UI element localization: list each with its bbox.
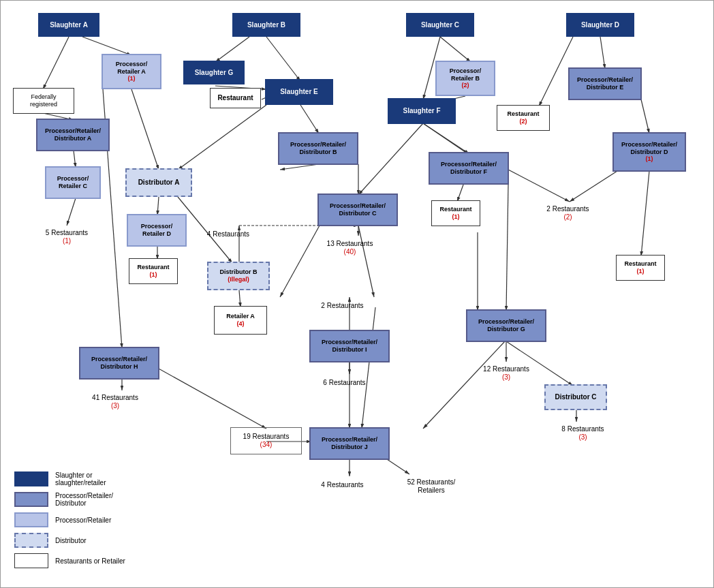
- svg-line-29: [508, 170, 570, 202]
- svg-line-4: [74, 151, 76, 168]
- svg-line-12: [300, 105, 319, 134]
- proc-ret-dist-h-node: Processor/Retailer/Distributor H: [79, 347, 159, 380]
- svg-line-9: [266, 37, 300, 81]
- proc-ret-dist-g-node: Processor/Retailer/Distributor G: [466, 309, 546, 342]
- rest-2-flat-node: 2 Restaurants: [311, 296, 374, 316]
- svg-line-31: [239, 290, 240, 307]
- retailer-a-4-node: Retailer A(4): [214, 306, 267, 335]
- rest-13-40-node: 13 Restaurants(40): [317, 234, 382, 262]
- proc-ret-dist-e-node: Processor/Retailer/Distributor E: [568, 67, 642, 100]
- svg-line-16: [600, 37, 605, 69]
- svg-line-50: [362, 307, 375, 429]
- restaurant-e1-node: Restaurant(1): [616, 255, 665, 281]
- svg-line-8: [215, 37, 249, 62]
- svg-line-46: [641, 171, 649, 256]
- rest-12-3-node: 12 Restaurants(3): [473, 360, 540, 386]
- svg-line-27: [280, 226, 320, 297]
- diagram-container: Slaughter A Slaughter B Slaughter C Slau…: [0, 0, 714, 588]
- rest-19-34-node: 19 Restaurants(34): [230, 427, 302, 454]
- federally-registered-label: Federallyregistered: [13, 88, 74, 114]
- proc-ret-dist-d-node: Processor/Retailer/Distributor D(1): [612, 132, 686, 172]
- proc-ret-c-node: Processor/Retailer C: [45, 166, 101, 199]
- rest-4-node: 4 Restaurants: [200, 224, 256, 245]
- rest-52-node: 52 Restaurants/Retailers: [394, 473, 468, 500]
- svg-line-22: [157, 197, 159, 215]
- rest-41-3-node: 41 Restaurants(3): [81, 389, 149, 415]
- slaughter-f-node: Slaughter F: [388, 98, 456, 124]
- svg-line-47: [570, 171, 617, 202]
- dist-c-node: Distributor C: [544, 384, 607, 410]
- legend-slaughter: Slaughter orslaughter/retailer: [14, 471, 125, 486]
- proc-ret-a-node: Processor/Retailer A(1): [102, 54, 161, 89]
- legend-distributor: Distributor: [14, 533, 125, 548]
- slaughter-a-node: Slaughter A: [38, 13, 99, 37]
- svg-line-6: [131, 89, 159, 170]
- dist-b-illegal-node: Distributor B(Illegal): [207, 262, 270, 290]
- rest-6-node: 6 Restaurants: [313, 373, 376, 393]
- slaughter-g-node: Slaughter G: [183, 61, 245, 84]
- svg-line-5: [67, 198, 76, 226]
- proc-ret-d-node: Processor/Retailer D: [127, 214, 187, 247]
- rest-8-3-node: 8 Restaurants(3): [551, 420, 615, 446]
- slaughter-e-node: Slaughter E: [265, 79, 333, 105]
- slaughter-b-node: Slaughter B: [232, 13, 300, 37]
- rest-4-j-node: 4 Restaurants: [311, 475, 374, 495]
- svg-line-19: [358, 123, 423, 195]
- dist-a-node: Distributor A: [125, 168, 192, 197]
- restaurant-f1-node: Restaurant(1): [431, 200, 480, 226]
- proc-ret-dist-a-node: Processor/Retailer/Distributor A: [36, 119, 110, 151]
- restaurant-b-node: Restaurant: [210, 88, 261, 108]
- svg-line-20: [280, 164, 319, 170]
- slaughter-c-node: Slaughter C: [406, 13, 474, 37]
- proc-ret-dist-i-node: Processor/Retailer/Distributor I: [309, 330, 390, 362]
- legend-proc-ret-dist: Processor/Retailer/Distributor: [14, 492, 125, 507]
- svg-line-49: [423, 123, 469, 154]
- svg-line-14: [440, 37, 471, 62]
- proc-ret-b2-node: Processor/Retailer B(2): [435, 61, 495, 96]
- proc-ret-dist-f-node: Processor/Retailer/Distributor F: [429, 152, 509, 185]
- legend-proc-ret: Processor/Retailer: [14, 512, 125, 527]
- proc-ret-dist-c-node: Processor/Retailer/Distributor C: [317, 194, 398, 226]
- rest-5-1-node: 5 Restaurants(1): [37, 224, 97, 250]
- svg-line-43: [387, 459, 409, 474]
- legend: Slaughter orslaughter/retailer Processor…: [14, 471, 125, 574]
- svg-line-18: [423, 123, 468, 154]
- restaurant-1a-node: Restaurant(1): [129, 258, 178, 284]
- restaurant-r2-node: Restaurant(2): [497, 105, 550, 131]
- svg-line-2: [43, 37, 69, 89]
- svg-line-1: [82, 37, 131, 55]
- slaughter-d-node: Slaughter D: [566, 13, 634, 37]
- legend-restaurant: Restaurants or Retailer: [14, 553, 125, 568]
- rest-2-2-node: 2 Restaurants(2): [536, 200, 600, 226]
- svg-line-13: [178, 105, 266, 170]
- svg-line-30: [506, 185, 508, 311]
- proc-ret-dist-j-node: Processor/Retailer/Distributor J: [309, 427, 390, 460]
- svg-line-45: [641, 99, 649, 134]
- proc-ret-dist-b-node: Processor/Retailer/Distributor B: [278, 132, 358, 165]
